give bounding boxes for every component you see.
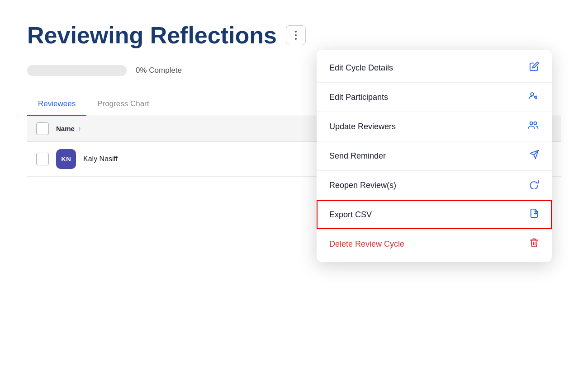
kebab-dot-3 <box>295 38 297 40</box>
menu-item-reopen-review[interactable]: Reopen Review(s) <box>317 171 552 200</box>
menu-item-export-csv[interactable]: Export CSV <box>317 200 552 229</box>
menu-item-send-reminder-label: Send Reminder <box>329 151 386 161</box>
menu-item-edit-cycle-label: Edit Cycle Details <box>329 63 393 73</box>
row-name: Kaly Nasiff <box>83 155 118 163</box>
column-name[interactable]: Name ↑ <box>56 125 81 132</box>
progress-bar-container <box>27 65 127 76</box>
menu-item-edit-participants[interactable]: Edit Participants <box>317 83 552 112</box>
users-icon <box>527 120 539 133</box>
pencil-icon <box>529 61 539 74</box>
refresh-icon <box>529 179 539 192</box>
tab-progress-chart[interactable]: Progress Chart <box>86 94 160 116</box>
svg-point-2 <box>534 122 536 125</box>
avatar: KN <box>56 149 76 169</box>
send-icon <box>529 150 539 162</box>
user-edit-icon <box>528 91 539 103</box>
menu-item-send-reminder[interactable]: Send Reminder <box>317 141 552 170</box>
menu-item-update-reviewers[interactable]: Update Reviewers <box>317 112 552 141</box>
menu-item-edit-cycle[interactable]: Edit Cycle Details <box>317 53 552 82</box>
menu-item-delete-cycle[interactable]: Delete Review Cycle <box>317 229 552 258</box>
menu-item-delete-cycle-label: Delete Review Cycle <box>329 239 404 249</box>
kebab-dot-2 <box>295 34 297 36</box>
tab-reviewees[interactable]: Reviewees <box>27 94 86 116</box>
menu-item-reopen-review-label: Reopen Review(s) <box>329 181 396 190</box>
progress-label: 0% Complete <box>136 66 182 75</box>
export-icon <box>529 208 539 221</box>
row-checkbox[interactable] <box>36 153 49 165</box>
menu-item-export-csv-label: Export CSV <box>329 210 372 220</box>
svg-point-1 <box>530 122 533 125</box>
svg-point-0 <box>531 93 534 96</box>
page-title: Reviewing Reflections <box>27 22 277 49</box>
menu-item-update-reviewers-label: Update Reviewers <box>329 122 396 131</box>
select-all-checkbox[interactable] <box>36 122 49 135</box>
menu-item-edit-participants-label: Edit Participants <box>329 93 388 102</box>
trash-icon <box>529 238 539 250</box>
kebab-menu-button[interactable] <box>286 25 306 45</box>
kebab-dot-1 <box>295 31 297 33</box>
sort-arrow-icon: ↑ <box>78 125 81 132</box>
dropdown-menu: Edit Cycle Details Edit Participants <box>317 50 552 262</box>
